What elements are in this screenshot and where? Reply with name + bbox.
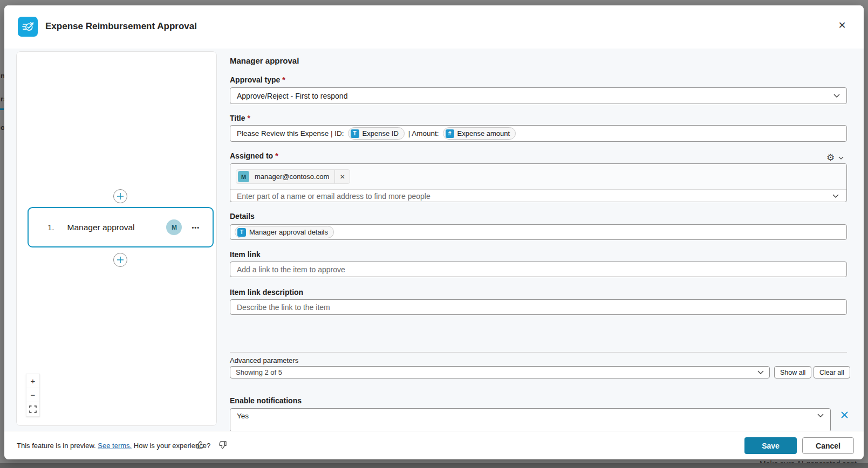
chevron-down-icon <box>838 156 844 160</box>
assignee-chip-email: manager@contoso.com <box>255 173 329 181</box>
label-text: Assigned to <box>230 152 273 160</box>
assignee-search-row <box>230 190 846 202</box>
plus-icon <box>117 192 124 200</box>
dynamic-token-expense-amount[interactable]: # Expense amount <box>443 127 516 140</box>
cancel-button[interactable]: Cancel <box>802 437 854 454</box>
title-label: Title* <box>230 114 250 122</box>
approval-type-label: Approval type* <box>230 75 285 84</box>
advanced-parameters-label: Advanced parameters <box>230 356 298 364</box>
enable-notifications-select[interactable]: Yes <box>230 408 831 431</box>
plus-icon <box>117 256 124 264</box>
label-text: Enable notifications <box>230 396 302 405</box>
field-settings-button[interactable]: ⚙ <box>826 153 844 162</box>
label-text: Approval type <box>230 75 280 84</box>
token-label: Expense amount <box>457 129 510 137</box>
zoom-out-button[interactable]: − <box>26 388 39 402</box>
flow-canvas: 1. Manager approval M ••• + − <box>16 51 217 426</box>
details-input[interactable]: T Manager approval details <box>230 224 847 240</box>
insert-step-above-button[interactable] <box>113 189 127 203</box>
backdrop-tab-underline <box>0 108 4 110</box>
thumbs-up-icon <box>195 439 206 450</box>
remove-assignee-button[interactable]: ✕ <box>334 169 350 184</box>
assignee-avatar: M <box>166 219 182 235</box>
number-type-icon: # <box>446 129 454 138</box>
token-label: Expense ID <box>363 129 399 137</box>
approvals-app-icon <box>18 17 38 37</box>
gear-icon: ⚙ <box>826 153 835 162</box>
thumbs-down-button[interactable] <box>216 439 229 452</box>
chevron-down-icon <box>757 370 764 374</box>
thumbs-up-button[interactable] <box>194 439 207 452</box>
dynamic-token-expense-id[interactable]: T Expense ID <box>348 127 405 140</box>
dynamic-token-manager-approval-details[interactable]: T Manager approval details <box>235 226 334 238</box>
assigned-to-label: Assigned to* <box>230 152 278 160</box>
approval-type-select[interactable]: Approve/Reject - First to respond <box>230 87 847 104</box>
fit-view-button[interactable] <box>26 402 39 416</box>
details-label: Details <box>230 212 255 221</box>
required-asterisk: * <box>248 114 250 122</box>
canvas-zoom-controls: + − <box>26 374 40 417</box>
dialog-footer: This feature is in preview. See terms. H… <box>4 431 864 459</box>
thumbs-down-icon <box>217 439 228 450</box>
advanced-parameters-select[interactable]: Showing 2 of 5 <box>230 366 770 378</box>
remove-parameter-button[interactable] <box>837 409 851 423</box>
dialog-body: 1. Manager approval M ••• + − Manager ap… <box>4 49 864 431</box>
advanced-parameters-value: Showing 2 of 5 <box>236 368 282 376</box>
close-button[interactable]: ✕ <box>835 18 850 33</box>
chevron-down-icon <box>817 414 824 417</box>
required-asterisk: * <box>282 75 285 84</box>
item-link-input[interactable] <box>230 261 847 277</box>
title-text-segment: Please Review this Expense | ID: <box>237 129 344 137</box>
dialog-header: Expense Reimbursement Approval ✕ <box>4 5 864 49</box>
assignee-chip[interactable]: M manager@contoso.com ✕ <box>236 169 350 184</box>
save-button[interactable]: Save <box>744 437 797 454</box>
assignee-chip-avatar: M <box>238 171 249 182</box>
fit-view-icon <box>29 405 37 413</box>
node-index: 1. <box>47 223 54 232</box>
enable-notifications-label: Enable notifications <box>230 396 302 405</box>
label-text: Details <box>230 212 255 221</box>
preview-text: This feature is in preview. <box>17 442 96 450</box>
text-type-icon: T <box>237 228 246 237</box>
dialog-title: Expense Reimbursement Approval <box>45 21 197 32</box>
preview-notice: This feature is in preview. See terms. H… <box>17 442 210 450</box>
node-menu-button[interactable]: ••• <box>190 223 201 232</box>
chevron-down-icon <box>832 194 839 198</box>
item-link-description-label: Item link description <box>230 288 303 297</box>
label-text: Item link <box>230 250 261 259</box>
see-terms-link[interactable]: See terms. <box>98 442 132 450</box>
token-label: Manager approval details <box>249 228 328 236</box>
text-type-icon: T <box>351 129 359 138</box>
node-label: Manager approval <box>67 223 135 232</box>
label-text: Title <box>230 114 245 122</box>
assignee-search-input[interactable] <box>237 192 832 201</box>
close-icon: ✕ <box>838 20 846 31</box>
chevron-down-icon <box>833 94 840 98</box>
title-input[interactable]: Please Review this Expense | ID: T Expen… <box>230 125 847 142</box>
zoom-in-button[interactable]: + <box>26 374 39 388</box>
backdrop-bottom-bar <box>0 463 868 468</box>
assignee-chip-row: M manager@contoso.com ✕ <box>230 164 846 190</box>
required-asterisk: * <box>275 152 278 160</box>
item-link-description-input[interactable] <box>230 299 847 315</box>
close-icon <box>840 411 849 419</box>
section-divider <box>230 352 847 353</box>
assigned-to-field: M manager@contoso.com ✕ <box>230 163 847 202</box>
title-text-segment: | Amount: <box>408 129 439 137</box>
insert-step-below-button[interactable] <box>113 253 127 267</box>
item-link-label: Item link <box>230 250 261 259</box>
enable-notifications-value: Yes <box>237 412 249 420</box>
form-heading: Manager approval <box>230 56 299 65</box>
approval-settings-dialog: Expense Reimbursement Approval ✕ 1. Mana… <box>4 5 864 459</box>
approval-type-value: Approve/Reject - First to respond <box>237 92 347 100</box>
flow-node-manager-approval[interactable]: 1. Manager approval M ••• <box>28 207 214 247</box>
show-all-button[interactable]: Show all <box>774 366 811 378</box>
clear-all-button[interactable]: Clear all <box>814 366 850 378</box>
label-text: Item link description <box>230 288 303 297</box>
